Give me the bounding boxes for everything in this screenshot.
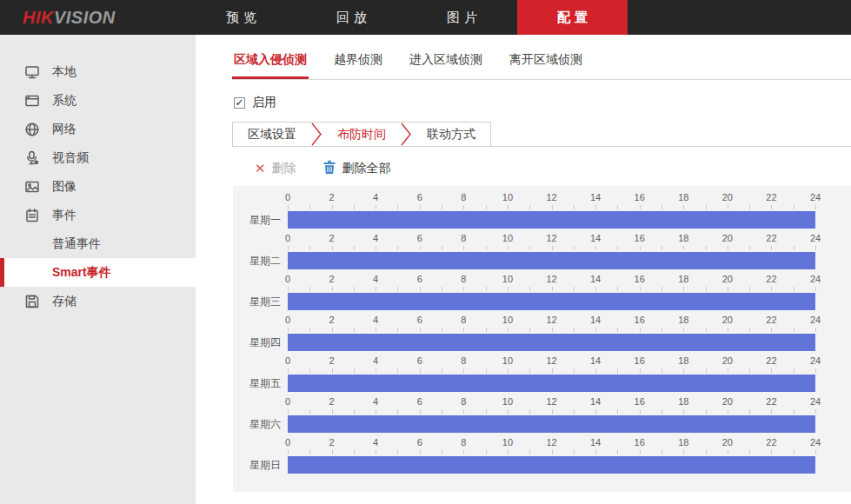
hour-axis: 024681012141618202224 xyxy=(288,437,815,448)
hour-tick-label: 2 xyxy=(329,355,335,366)
enable-row: ✓ 启用 xyxy=(234,94,851,111)
delete-x-icon: ✕ xyxy=(255,162,266,176)
hour-tick-label: 4 xyxy=(373,396,378,407)
schedule-bar[interactable] xyxy=(288,334,815,351)
hour-tick-label: 20 xyxy=(722,355,733,366)
hour-tick-label: 10 xyxy=(502,192,513,202)
wizard-step-2[interactable]: 布防时间 xyxy=(322,123,401,146)
hour-tick-label: 6 xyxy=(417,437,422,448)
tab-3[interactable]: 进入区域侦测 xyxy=(408,52,484,79)
hour-tick-label: 18 xyxy=(678,437,688,448)
hour-tick-label: 24 xyxy=(810,396,821,407)
schedule-bar[interactable] xyxy=(288,456,815,474)
hour-tick-label: 10 xyxy=(502,355,513,366)
hour-tick-label: 10 xyxy=(502,396,513,407)
sidebar-item-label: 事件 xyxy=(52,208,76,223)
schedule-row-4: 星期四024681012141618202224 xyxy=(233,313,851,354)
hour-tick-label: 22 xyxy=(766,315,776,325)
schedule-bar[interactable] xyxy=(288,415,815,433)
day-label: 星期二 xyxy=(233,252,281,269)
hour-tick-label: 6 xyxy=(417,355,422,366)
nav-item-1[interactable]: 预览 xyxy=(186,0,296,35)
enable-checkbox[interactable]: ✓ xyxy=(234,97,245,109)
hour-axis: 024681012141618202224 xyxy=(288,315,815,326)
hour-tick-label: 12 xyxy=(546,315,556,325)
wizard-step-1[interactable]: 区域设置 xyxy=(233,123,311,146)
hour-tick-label: 6 xyxy=(417,233,422,243)
hour-tick-label: 2 xyxy=(329,192,335,202)
hour-tick-label: 24 xyxy=(810,355,821,366)
sidebar-item-2[interactable]: 系统 xyxy=(0,86,196,115)
nav-item-2[interactable]: 回放 xyxy=(296,0,407,35)
hour-tick-label: 14 xyxy=(590,274,601,284)
schedule-bar[interactable] xyxy=(288,252,815,269)
hour-tick-label: 6 xyxy=(417,192,422,202)
hour-tick-label: 8 xyxy=(461,396,466,407)
delete-all-button[interactable]: 删除全部 xyxy=(322,160,391,177)
schedule-bar[interactable] xyxy=(288,211,815,229)
hour-tick-label: 8 xyxy=(461,274,466,284)
enable-label: 启用 xyxy=(252,95,276,110)
sidebar-item-5[interactable]: 图像 xyxy=(0,172,196,201)
schedule-bar-lane[interactable] xyxy=(288,415,815,433)
tick-strip xyxy=(288,287,815,292)
hour-tick-label: 10 xyxy=(502,274,513,284)
hour-tick-label: 0 xyxy=(285,315,290,325)
tick-strip xyxy=(288,368,815,374)
sidebar-item-9[interactable]: 存储 xyxy=(0,287,196,315)
schedule-bar-lane[interactable] xyxy=(288,334,815,351)
sidebar-item-label: 本地 xyxy=(52,64,76,80)
hour-tick-label: 20 xyxy=(722,315,733,325)
schedule-bar-lane[interactable] xyxy=(288,375,815,392)
hour-axis: 024681012141618202224 xyxy=(288,274,815,285)
sidebar-item-1[interactable]: 本地 xyxy=(0,57,196,86)
hour-tick-label: 12 xyxy=(546,396,556,407)
hour-tick-label: 8 xyxy=(461,233,466,243)
nav-item-3[interactable]: 图片 xyxy=(407,0,517,35)
sidebar-item-4[interactable]: 视音频 xyxy=(0,143,196,172)
hour-tick-label: 20 xyxy=(722,192,733,202)
sidebar-item-7[interactable]: 普通事件 xyxy=(0,229,196,258)
hour-tick-label: 22 xyxy=(766,192,776,202)
system-icon xyxy=(24,93,42,109)
hour-tick-label: 20 xyxy=(722,274,733,284)
hour-tick-label: 24 xyxy=(810,437,821,448)
logo-hik: HIK xyxy=(23,8,54,27)
sidebar-item-3[interactable]: 网络 xyxy=(0,115,196,143)
delete-button[interactable]: ✕ 删除 xyxy=(255,161,296,176)
hour-tick-label: 24 xyxy=(810,192,821,202)
sidebar-item-8[interactable]: Smart事件 xyxy=(0,258,196,287)
schedule-bar-lane[interactable] xyxy=(288,211,815,229)
hour-tick-label: 8 xyxy=(461,437,466,448)
hour-tick-label: 12 xyxy=(546,192,556,202)
schedule-bar[interactable] xyxy=(288,375,815,392)
sidebar-item-label: 系统 xyxy=(52,93,76,109)
icon-placeholder xyxy=(24,265,42,281)
day-label: 星期三 xyxy=(233,293,281,310)
schedule-toolbar: ✕ 删除 删除全部 xyxy=(255,159,851,178)
hour-tick-label: 20 xyxy=(722,396,733,407)
schedule-bar-lane[interactable] xyxy=(288,293,815,310)
tick-strip xyxy=(288,246,815,251)
schedule-bar-lane[interactable] xyxy=(288,252,815,269)
tab-1[interactable]: 区域入侵侦测 xyxy=(232,52,309,79)
hour-tick-label: 12 xyxy=(546,355,556,366)
tab-4[interactable]: 离开区域侦测 xyxy=(508,52,584,79)
hour-tick-label: 22 xyxy=(766,233,776,243)
hour-tick-label: 14 xyxy=(590,437,601,448)
hour-tick-label: 6 xyxy=(417,274,422,284)
hour-tick-label: 8 xyxy=(461,315,466,325)
globe-icon xyxy=(24,122,42,137)
sidebar-item-label: Smart事件 xyxy=(52,265,111,281)
schedule-bar[interactable] xyxy=(288,293,815,310)
hikvision-logo: HIKVISION xyxy=(23,0,116,35)
hour-tick-label: 16 xyxy=(635,233,645,243)
nav-item-4[interactable]: 配置 xyxy=(517,0,628,35)
sidebar-item-6[interactable]: 事件 xyxy=(0,201,196,229)
day-label: 星期日 xyxy=(233,456,281,474)
wizard-step-3[interactable]: 联动方式 xyxy=(412,123,490,146)
sidebar-item-label: 网络 xyxy=(52,122,76,137)
tab-2[interactable]: 越界侦测 xyxy=(332,52,384,79)
day-label: 星期四 xyxy=(233,334,281,351)
schedule-bar-lane[interactable] xyxy=(288,456,815,474)
